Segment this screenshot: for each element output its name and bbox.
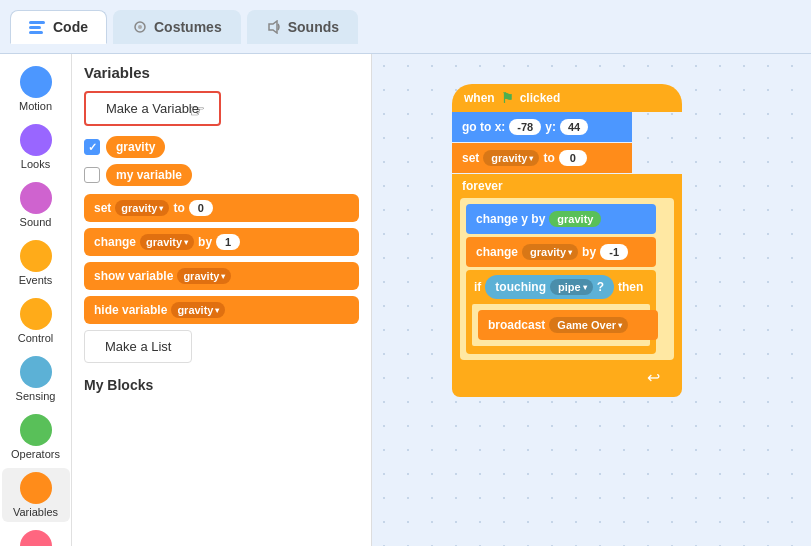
- sidebar-label-sensing: Sensing: [16, 390, 56, 402]
- x-input[interactable]: -78: [509, 119, 541, 135]
- sidebar-item-sound[interactable]: Sound: [2, 178, 70, 232]
- sidebar-item-myblocks[interactable]: My Blocks: [2, 526, 70, 546]
- svg-rect-0: [29, 21, 45, 24]
- sidebar-label-operators: Operators: [11, 448, 60, 460]
- set-value-input[interactable]: 0: [189, 200, 213, 216]
- dropdown-arrow: ▾: [529, 154, 533, 163]
- myblocks-dot: [20, 530, 52, 546]
- gravity-variable-row: gravity: [84, 136, 359, 158]
- return-arrow-icon: ↩: [637, 364, 670, 391]
- my-blocks-title: My Blocks: [84, 377, 359, 393]
- change-val-input[interactable]: -1: [600, 244, 628, 260]
- panel-title: Variables: [84, 64, 359, 81]
- main-content: Motion Looks Sound Events Control Sensin…: [0, 54, 811, 546]
- forever-label: forever: [452, 174, 682, 198]
- costumes-icon: [132, 20, 148, 34]
- svg-marker-5: [269, 21, 277, 33]
- control-dot: [20, 298, 52, 330]
- sidebar-item-looks[interactable]: Looks: [2, 120, 70, 174]
- hide-label: hide variable: [94, 303, 167, 317]
- gravity-pill-label: gravity: [116, 140, 155, 154]
- change-y-label: change y by: [476, 212, 545, 226]
- svg-rect-1: [29, 26, 41, 29]
- flag-icon: ⚑: [501, 90, 514, 106]
- myvariable-pill[interactable]: my variable: [106, 164, 192, 186]
- set-script-input[interactable]: 0: [559, 150, 587, 166]
- sidebar-label-events: Events: [19, 274, 53, 286]
- svg-point-4: [138, 25, 142, 29]
- cursor-icon: ☞: [189, 100, 205, 122]
- show-variable-block[interactable]: show variable gravity ▾: [84, 262, 359, 290]
- when-flag-clicked-block[interactable]: when ⚑ clicked: [452, 84, 682, 112]
- script-area[interactable]: when ⚑ clicked go to x: -78 y: 44 set gr…: [372, 54, 811, 546]
- tab-code[interactable]: Code: [10, 10, 107, 44]
- sidebar-label-variables: Variables: [13, 506, 58, 518]
- sidebar-item-motion[interactable]: Motion: [2, 62, 70, 116]
- to-label: to: [173, 201, 184, 215]
- gravity-dropdown-set[interactable]: gravity ▾: [115, 200, 169, 216]
- broadcast-block[interactable]: broadcast Game Over ▾: [478, 310, 658, 340]
- gravity-checkbox[interactable]: [84, 139, 100, 155]
- set-gravity-script-block[interactable]: set gravity ▾ to 0: [452, 143, 632, 173]
- sidebar-label-motion: Motion: [19, 100, 52, 112]
- hide-variable-block[interactable]: hide variable gravity ▾: [84, 296, 359, 324]
- set-gravity-block[interactable]: set gravity ▾ to 0: [84, 194, 359, 222]
- events-dot: [20, 240, 52, 272]
- sidebar-item-control[interactable]: Control: [2, 294, 70, 348]
- dropdown-arrow-set: ▾: [159, 204, 163, 213]
- change-y-block[interactable]: change y by gravity: [466, 204, 656, 234]
- myvariable-pill-label: my variable: [116, 168, 182, 182]
- dropdown-arrow-hide: ▾: [215, 306, 219, 315]
- myvariable-checkbox[interactable]: [84, 167, 100, 183]
- to-script-label: to: [543, 151, 554, 165]
- gravity-change-dropdown[interactable]: gravity ▾: [522, 244, 578, 260]
- pipe-dropdown[interactable]: pipe ▾: [550, 279, 593, 295]
- change-gravity-block[interactable]: change gravity ▾ by 1: [84, 228, 359, 256]
- sidebar-label-control: Control: [18, 332, 53, 344]
- if-block: if touching pipe ▾ ? then: [466, 270, 656, 354]
- svg-rect-2: [29, 31, 43, 34]
- if-row: if touching pipe ▾ ? then: [466, 270, 656, 304]
- goto-xy-block[interactable]: go to x: -78 y: 44: [452, 112, 632, 142]
- gravity-script-dropdown[interactable]: gravity ▾: [483, 150, 539, 166]
- code-icon: [29, 20, 47, 34]
- sidebar-item-variables[interactable]: Variables: [2, 468, 70, 522]
- forever-body: change y by gravity change gravity ▾ by …: [460, 198, 674, 360]
- tab-sounds[interactable]: Sounds: [247, 10, 358, 44]
- sidebar-item-sensing[interactable]: Sensing: [2, 352, 70, 406]
- make-list-button[interactable]: Make a List: [84, 330, 192, 363]
- if-body: broadcast Game Over ▾: [472, 304, 650, 346]
- tab-code-label: Code: [53, 19, 88, 35]
- make-variable-button[interactable]: Make a Variable ☞: [84, 91, 221, 126]
- sidebar-label-looks: Looks: [21, 158, 50, 170]
- gravity-dropdown-show[interactable]: gravity ▾: [177, 268, 231, 284]
- tab-costumes[interactable]: Costumes: [113, 10, 241, 44]
- sensing-dot: [20, 356, 52, 388]
- tab-sounds-label: Sounds: [288, 19, 339, 35]
- sound-dot: [20, 182, 52, 214]
- gameover-dropdown[interactable]: Game Over ▾: [549, 317, 628, 333]
- make-variable-label: Make a Variable: [106, 101, 199, 116]
- question-mark: ?: [597, 280, 604, 294]
- return-row: ↩: [452, 360, 682, 391]
- gravity-dropdown-hide[interactable]: gravity ▾: [171, 302, 225, 318]
- gravity-var-pill: gravity: [549, 211, 601, 227]
- gravity-pill[interactable]: gravity: [106, 136, 165, 158]
- sounds-icon: [266, 20, 282, 34]
- y-label: y:: [545, 120, 556, 134]
- set-script-label: set: [462, 151, 479, 165]
- sidebar: Motion Looks Sound Events Control Sensin…: [0, 54, 72, 546]
- forever-block: forever change y by gravity change gr: [452, 174, 682, 397]
- y-input[interactable]: 44: [560, 119, 588, 135]
- make-list-label: Make a List: [105, 339, 171, 354]
- touching-label: touching: [495, 280, 546, 294]
- touching-pipe-block[interactable]: touching pipe ▾ ?: [485, 275, 614, 299]
- change-script-label: change: [476, 245, 518, 259]
- sidebar-item-operators[interactable]: Operators: [2, 410, 70, 464]
- change-gravity-script-block[interactable]: change gravity ▾ by -1: [466, 237, 656, 267]
- operators-dot: [20, 414, 52, 446]
- sidebar-item-events[interactable]: Events: [2, 236, 70, 290]
- gravity-dropdown-change[interactable]: gravity ▾: [140, 234, 194, 250]
- tab-costumes-label: Costumes: [154, 19, 222, 35]
- change-value-input[interactable]: 1: [216, 234, 240, 250]
